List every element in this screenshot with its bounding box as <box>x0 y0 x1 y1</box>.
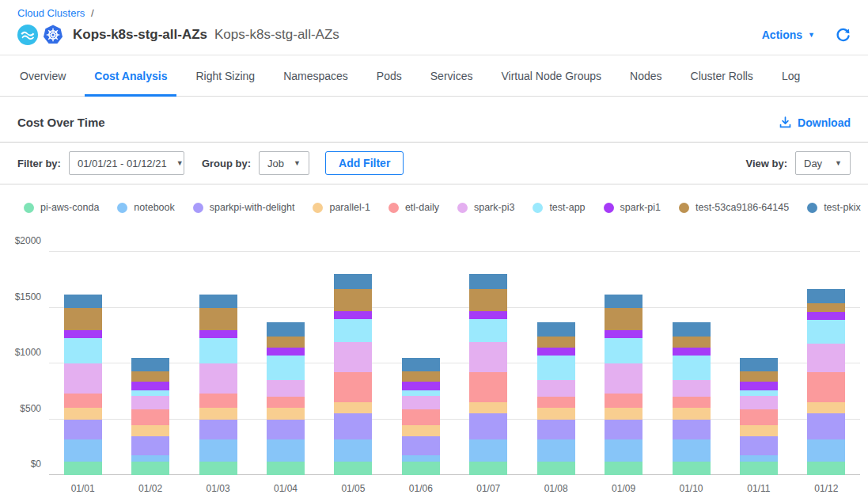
bar-segment-etl-daily[interactable] <box>537 397 575 408</box>
bar-segment-pi-aws-conda[interactable] <box>605 462 642 475</box>
bar-segment-spark-pi1[interactable] <box>402 382 440 390</box>
bar-segment-test-pkix[interactable] <box>267 322 305 337</box>
bar-segment-spark-pi1[interactable] <box>740 382 778 390</box>
bar-segment-notebook[interactable] <box>469 439 507 462</box>
bar-segment-test-53ca9186-64145[interactable] <box>673 337 711 348</box>
bar-segment-parallel-1[interactable] <box>469 402 507 413</box>
tab-cluster-rolls[interactable]: Cluster Rolls <box>681 55 763 97</box>
bar-segment-test-app[interactable] <box>673 356 711 380</box>
bar-segment-spark-pi1[interactable] <box>469 311 507 319</box>
bar-segment-spark-pi1[interactable] <box>131 382 169 390</box>
date-range-select[interactable]: 01/01/21 - 01/12/21 ▼ <box>69 151 184 175</box>
tab-pods[interactable]: Pods <box>367 55 411 97</box>
bar-segment-test-53ca9186-64145[interactable] <box>402 371 440 382</box>
legend-item-test-53ca9186-64145[interactable]: test-53ca9186-64145 <box>679 202 789 213</box>
bar-segment-spark-pi3[interactable] <box>334 342 372 372</box>
tab-cost-analysis[interactable]: Cost Analysis <box>85 55 176 97</box>
bar-segment-test-app[interactable] <box>334 319 372 343</box>
bar-segment-spark-pi3[interactable] <box>267 380 305 397</box>
bar-segment-etl-daily[interactable] <box>334 372 372 402</box>
bar-segment-notebook[interactable] <box>402 455 440 462</box>
bar-segment-test-app[interactable] <box>199 338 237 363</box>
bar-segment-sparkpi-with-delight[interactable] <box>469 413 507 439</box>
legend-item-spark-pi1[interactable]: spark-pi1 <box>604 202 661 213</box>
tab-virtual-node-groups[interactable]: Virtual Node Groups <box>491 55 611 97</box>
bar-segment-test-53ca9186-64145[interactable] <box>605 308 642 330</box>
bar-segment-notebook[interactable] <box>64 439 102 462</box>
bar-segment-spark-pi1[interactable] <box>267 348 305 356</box>
bar-segment-etl-daily[interactable] <box>64 394 102 408</box>
bar-segment-test-pkix[interactable] <box>537 322 575 337</box>
bar-segment-spark-pi3[interactable] <box>402 396 440 409</box>
bar-segment-test-pkix[interactable] <box>673 322 711 337</box>
tab-nodes[interactable]: Nodes <box>620 55 671 97</box>
bar-segment-pi-aws-conda[interactable] <box>334 462 372 475</box>
bar-segment-sparkpi-with-delight[interactable] <box>673 420 711 439</box>
bar-segment-notebook[interactable] <box>605 439 642 462</box>
bar-segment-sparkpi-with-delight[interactable] <box>537 420 575 439</box>
bar-segment-sparkpi-with-delight[interactable] <box>740 436 778 455</box>
bar-segment-notebook[interactable] <box>334 439 372 462</box>
bar-segment-parallel-1[interactable] <box>807 402 845 413</box>
bar-segment-test-pkix[interactable] <box>740 358 778 371</box>
bar-segment-parallel-1[interactable] <box>334 402 372 413</box>
bar-segment-spark-pi3[interactable] <box>537 380 575 397</box>
bar-segment-test-app[interactable] <box>267 356 305 380</box>
view-by-select[interactable]: Day ▼ <box>795 151 851 175</box>
bar-segment-parallel-1[interactable] <box>131 425 169 436</box>
legend-item-test-app[interactable]: test-app <box>533 202 585 213</box>
legend-item-test-pkix[interactable]: test-pkix <box>807 202 861 213</box>
add-filter-button[interactable]: Add Filter <box>325 151 404 175</box>
bar-segment-sparkpi-with-delight[interactable] <box>131 436 169 455</box>
bar-segment-etl-daily[interactable] <box>673 397 711 408</box>
bar-segment-notebook[interactable] <box>267 439 305 462</box>
bar-segment-notebook[interactable] <box>807 439 845 462</box>
bar-segment-etl-daily[interactable] <box>740 409 778 425</box>
bar-segment-test-app[interactable] <box>740 390 778 396</box>
bar-segment-test-53ca9186-64145[interactable] <box>807 303 845 312</box>
bar-segment-spark-pi3[interactable] <box>199 363 237 394</box>
legend-item-parallel-1[interactable]: parallel-1 <box>313 202 370 213</box>
legend-item-sparkpi-with-delight[interactable]: sparkpi-with-delight <box>193 202 295 213</box>
bar-segment-test-app[interactable] <box>402 390 440 396</box>
bar-segment-spark-pi3[interactable] <box>64 363 102 394</box>
bar-segment-parallel-1[interactable] <box>673 408 711 419</box>
bar-segment-parallel-1[interactable] <box>740 425 778 436</box>
bar-segment-pi-aws-conda[interactable] <box>402 462 440 475</box>
bar-segment-spark-pi1[interactable] <box>64 330 102 338</box>
bar-segment-test-53ca9186-64145[interactable] <box>131 371 169 382</box>
bar-segment-test-pkix[interactable] <box>334 274 372 288</box>
bar-segment-pi-aws-conda[interactable] <box>131 462 169 475</box>
legend-item-spark-pi3[interactable]: spark-pi3 <box>457 202 514 213</box>
bar-segment-spark-pi1[interactable] <box>334 311 372 319</box>
download-button[interactable]: Download <box>779 116 851 129</box>
bar-segment-test-app[interactable] <box>131 390 169 396</box>
bar-segment-test-pkix[interactable] <box>131 358 169 371</box>
bar-segment-test-pkix[interactable] <box>469 274 507 288</box>
bar-segment-pi-aws-conda[interactable] <box>199 462 237 475</box>
bar-segment-pi-aws-conda[interactable] <box>64 462 102 475</box>
bar-segment-spark-pi1[interactable] <box>807 312 845 320</box>
bar-segment-notebook[interactable] <box>131 455 169 462</box>
group-by-select[interactable]: Job ▼ <box>259 151 309 175</box>
bar-segment-sparkpi-with-delight[interactable] <box>199 420 237 439</box>
tab-services[interactable]: Services <box>421 55 483 97</box>
bar-segment-test-app[interactable] <box>807 320 845 344</box>
bar-segment-spark-pi3[interactable] <box>673 380 711 397</box>
tab-namespaces[interactable]: Namespaces <box>274 55 358 97</box>
bar-segment-test-app[interactable] <box>64 338 102 363</box>
bar-segment-etl-daily[interactable] <box>807 372 845 402</box>
bar-segment-spark-pi1[interactable] <box>673 348 711 356</box>
actions-button[interactable]: Actions ▼ <box>762 29 815 41</box>
bar-segment-test-app[interactable] <box>469 319 507 343</box>
bar-segment-test-53ca9186-64145[interactable] <box>740 371 778 382</box>
bar-segment-parallel-1[interactable] <box>199 408 237 419</box>
bar-segment-sparkpi-with-delight[interactable] <box>605 420 642 439</box>
bar-segment-etl-daily[interactable] <box>605 394 642 408</box>
bar-segment-test-pkix[interactable] <box>64 295 102 308</box>
bar-segment-pi-aws-conda[interactable] <box>740 462 778 475</box>
bar-segment-pi-aws-conda[interactable] <box>469 462 507 475</box>
bar-segment-test-53ca9186-64145[interactable] <box>267 337 305 348</box>
bar-segment-test-53ca9186-64145[interactable] <box>537 337 575 348</box>
bar-segment-spark-pi3[interactable] <box>131 396 169 409</box>
